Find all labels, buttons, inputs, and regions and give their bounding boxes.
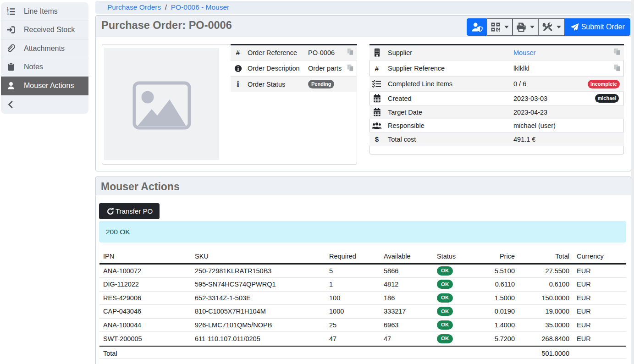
- svg-text:3: 3: [7, 12, 9, 16]
